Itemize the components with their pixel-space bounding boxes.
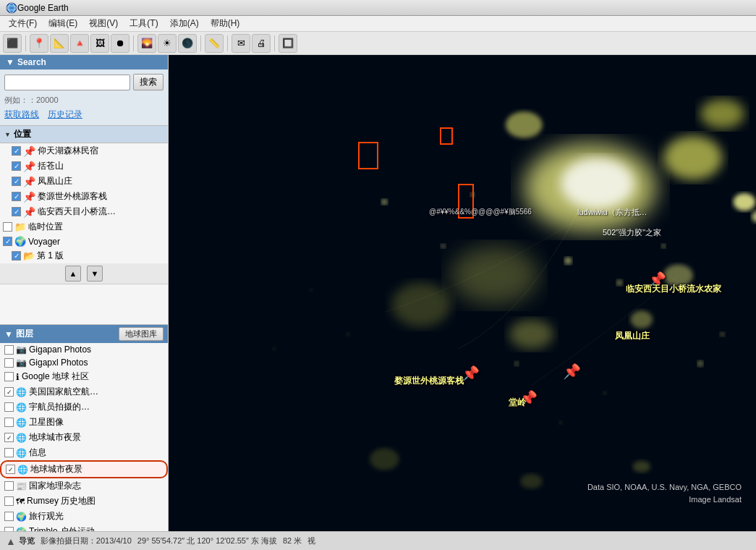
tb-add-placemark-btn[interactable]: 📍 <box>30 34 48 53</box>
menu-view[interactable]: 视图(V) <box>83 16 124 31</box>
location-cb-2[interactable]: ✓ <box>12 177 21 186</box>
layer-label-10: Rumsey 历史地图 <box>27 495 95 507</box>
location-item-4[interactable]: ✓ 📌 临安西天目小桥流… <box>0 204 168 219</box>
location-item-0[interactable]: ✓ 📌 仰天湖森林民宿 <box>0 143 168 158</box>
location-item-6[interactable]: ✓ 🌍 Voyager <box>0 234 168 248</box>
layer-cb-12[interactable] <box>4 527 14 531</box>
menu-file[interactable]: 文件(F) <box>3 16 43 31</box>
tb-record-btn[interactable]: ⏺ <box>111 34 129 53</box>
title-bar: Google Earth <box>0 0 756 16</box>
layer-cb-7[interactable] <box>4 448 14 457</box>
location-cb-7[interactable]: ✓ <box>12 251 21 261</box>
location-item-5[interactable]: 📁 临时位置 <box>0 219 168 234</box>
search-button[interactable]: 搜索 <box>133 74 163 90</box>
layer-icon-3: 🌐 <box>16 387 27 397</box>
location-cb-6[interactable]: ✓ <box>3 237 12 246</box>
layer-cb-1[interactable] <box>4 358 14 368</box>
menu-tools[interactable]: 工具(T) <box>124 16 163 31</box>
svg-point-28 <box>347 333 349 336</box>
tb-email-btn[interactable]: ✉ <box>232 34 250 53</box>
tb-photo-btn[interactable]: 🌄 <box>137 34 156 53</box>
layers-section: ▼ 图层 地球图库 📷 Gigapan Photos 📷 Gigapxl Pho… <box>0 324 168 531</box>
layer-item-3[interactable]: ✓ 🌐 美国国家航空航… <box>0 384 168 399</box>
location-item-7[interactable]: ✓ 📂 第 1 版 <box>0 248 168 263</box>
svg-point-22 <box>456 376 460 381</box>
scroll-up-btn[interactable]: ▲ <box>65 266 81 282</box>
svg-point-7 <box>700 99 744 129</box>
locations-section: ▼ 位置 ✓ 📌 仰天湖森林民宿 ✓ 📌 括苍山 ✓ 📌 凤凰山庄 ✓ 📌 <box>0 126 168 324</box>
tb-separator-5 <box>274 35 275 51</box>
tb-sun-btn[interactable]: ☀ <box>158 34 177 53</box>
search-input[interactable] <box>4 75 130 90</box>
layer-cb-2[interactable] <box>4 372 14 381</box>
layer-item-8[interactable]: ✓ 🌐 地球城市夜景 <box>0 460 168 478</box>
get-directions-link[interactable]: 获取路线 <box>4 109 39 121</box>
layer-icon-8: 🌐 <box>17 465 28 475</box>
layer-cb-8[interactable]: ✓ <box>6 465 15 474</box>
location-cb-3[interactable]: ✓ <box>12 192 21 201</box>
layer-cb-3[interactable]: ✓ <box>4 387 14 397</box>
tb-ruler-btn[interactable]: 📏 <box>205 34 224 53</box>
layer-item-0[interactable]: 📷 Gigapan Photos <box>0 343 168 356</box>
tb-view-btn[interactable]: 🔲 <box>279 34 297 53</box>
layer-cb-0[interactable] <box>4 345 14 355</box>
tb-print-btn[interactable]: 🖨 <box>252 34 271 53</box>
layer-icon-2: ℹ <box>16 372 20 382</box>
layer-item-9[interactable]: 📰 国家地理杂志 <box>0 478 168 494</box>
svg-point-29 <box>310 289 313 292</box>
menu-add[interactable]: 添加(A) <box>164 16 205 31</box>
layer-item-1[interactable]: 📷 Gigapxl Photos <box>0 356 168 369</box>
app-icon <box>6 2 17 14</box>
search-title: Search <box>17 57 46 67</box>
layer-item-5[interactable]: 🌐 卫星图像 <box>0 415 168 430</box>
layer-cb-9[interactable] <box>4 481 14 491</box>
location-cb-0[interactable]: ✓ <box>12 146 21 156</box>
search-links: 获取路线 历史记录 <box>0 109 168 125</box>
svg-point-30 <box>273 347 276 350</box>
layer-cb-10[interactable] <box>4 496 14 506</box>
location-cb-4[interactable]: ✓ <box>12 207 21 216</box>
location-item-2[interactable]: ✓ 📌 凤凰山庄 <box>0 174 168 189</box>
svg-point-5 <box>561 158 634 209</box>
location-label-3: 婺源世外桃源客栈 <box>38 190 107 203</box>
layer-label-8: 地球城市夜景 <box>30 463 82 475</box>
location-item-1[interactable]: ✓ 📌 括苍山 <box>0 158 168 174</box>
location-cb-5[interactable] <box>3 222 12 232</box>
navigate-button[interactable]: ▲ 导览 <box>6 536 35 547</box>
layer-label-9: 国家地理杂志 <box>29 480 81 492</box>
layer-item-10[interactable]: 🗺 Rumsey 历史地图 <box>0 494 168 509</box>
tb-mars-btn[interactable]: 🌑 <box>178 34 197 53</box>
menu-edit[interactable]: 编辑(E) <box>43 16 83 31</box>
layer-cb-5[interactable] <box>4 418 14 427</box>
layer-item-6[interactable]: ✓ 🌐 地球城市夜景 <box>0 430 168 445</box>
tb-overlay-btn[interactable]: 🖼 <box>90 34 109 53</box>
history-link[interactable]: 历史记录 <box>48 109 82 121</box>
svg-point-16 <box>381 199 387 205</box>
map-area[interactable]: @#¥¥%&&%@@@@#¥脑5566 ludwiwiu（东方抵… 502"强力… <box>169 55 756 531</box>
layer-cb-6[interactable]: ✓ <box>4 433 14 442</box>
layer-item-4[interactable]: 🌐 宇航员拍摄的… <box>0 399 168 415</box>
tb-path-btn[interactable]: 📐 <box>50 34 69 53</box>
library-button[interactable]: 地球图库 <box>119 327 163 341</box>
location-item-3[interactable]: ✓ 📌 婺源世外桃源客栈 <box>0 189 168 204</box>
tb-fullscreen-btn[interactable]: ⬛ <box>3 34 22 53</box>
layer-icon-10: 🗺 <box>16 496 25 507</box>
layer-icon-11: 🌍 <box>16 512 27 522</box>
location-cb-1[interactable]: ✓ <box>12 161 21 171</box>
layer-item-12[interactable]: 🌍 Trimble 户外运动 <box>0 524 168 531</box>
layer-item-7[interactable]: 🌐 信息 <box>0 445 168 460</box>
layer-cb-4[interactable] <box>4 402 14 412</box>
layer-item-2[interactable]: ℹ Google 地球 社区 <box>0 369 168 384</box>
scroll-down-btn[interactable]: ▼ <box>87 266 103 282</box>
layer-label-1: Gigapxl Photos <box>29 358 88 368</box>
elevation: 82 米 <box>283 536 302 546</box>
layer-item-11[interactable]: 🌍 旅行观光 <box>0 509 168 524</box>
search-hint: 例如：：20000 <box>0 95 168 109</box>
menu-help[interactable]: 帮助(H) <box>205 16 246 31</box>
svg-point-31 <box>370 448 399 470</box>
location-pin-icon-1: 📌 <box>23 161 35 172</box>
layer-cb-11[interactable] <box>4 512 14 521</box>
location-pin-icon-3: 📌 <box>23 191 35 203</box>
location-earth-icon-6: 🌍 <box>14 236 26 247</box>
tb-polygon-btn[interactable]: 🔺 <box>70 34 89 53</box>
